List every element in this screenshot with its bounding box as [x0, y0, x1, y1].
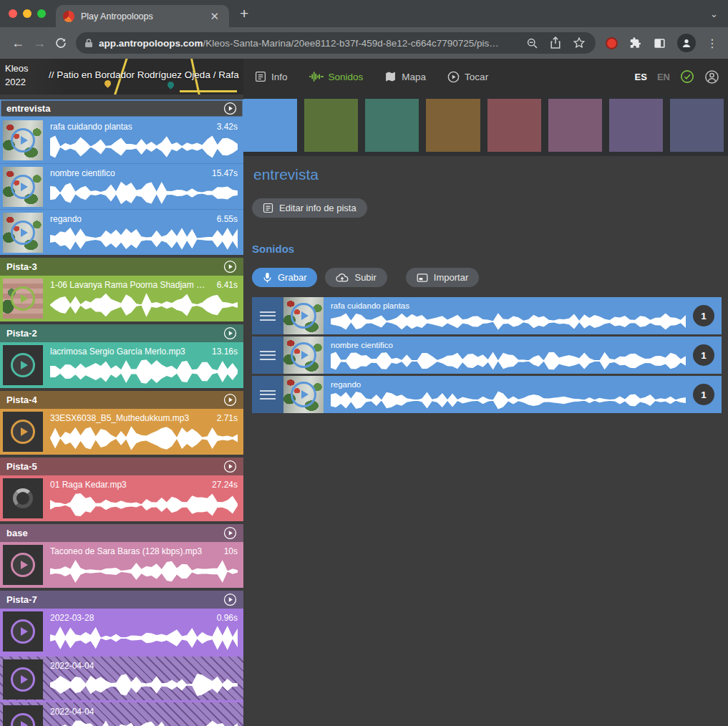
profile-avatar[interactable] — [677, 34, 696, 52]
waveform[interactable] — [50, 291, 238, 319]
play-icon[interactable] — [11, 286, 35, 311]
sound-item[interactable]: 01 Raga Kedar.mp3 27.24s — [0, 475, 243, 521]
track-header[interactable]: entrevista — [0, 100, 243, 117]
waveform[interactable] — [331, 311, 686, 331]
import-button[interactable]: Importar — [406, 268, 479, 287]
account-icon[interactable] — [704, 69, 719, 84]
lang-es[interactable]: ES — [635, 72, 647, 82]
waveform[interactable] — [50, 226, 238, 252]
sound-item[interactable]: regando 6.55s — [0, 209, 243, 255]
track-swatch[interactable] — [426, 99, 480, 152]
project-name[interactable]: Kleos 2022 — [0, 59, 33, 95]
play-icon[interactable] — [11, 175, 35, 199]
side-panel-icon[interactable] — [653, 37, 666, 50]
drag-handle[interactable] — [252, 376, 283, 413]
track-swatch[interactable] — [609, 99, 663, 152]
play-track-icon[interactable] — [223, 260, 237, 274]
sound-item[interactable]: rafa cuidando plantas 3.42s — [0, 117, 243, 163]
play-icon[interactable] — [291, 342, 316, 368]
play-track-icon[interactable] — [223, 526, 237, 540]
extensions-puzzle-icon[interactable] — [628, 37, 642, 50]
sound-thumbnail[interactable] — [283, 297, 324, 334]
waveform[interactable] — [50, 425, 238, 452]
waveform[interactable] — [50, 358, 238, 385]
browser-tab[interactable]: Play Antropoloops ✕ — [56, 5, 229, 27]
back-button[interactable]: ← — [7, 36, 29, 51]
play-icon[interactable] — [11, 713, 35, 726]
play-icon[interactable] — [11, 667, 35, 692]
track-swatch[interactable] — [304, 99, 358, 152]
zoom-out-icon[interactable] — [526, 37, 538, 49]
track-header[interactable]: base — [0, 524, 243, 542]
sound-thumbnail[interactable] — [3, 279, 43, 319]
close-tab-icon[interactable]: ✕ — [207, 9, 222, 23]
track-swatch[interactable] — [487, 99, 541, 152]
bookmark-star-icon[interactable] — [573, 37, 586, 49]
loading-spinner[interactable] — [13, 488, 33, 508]
forward-button[interactable]: → — [29, 36, 50, 51]
record-button[interactable]: Grabar — [252, 268, 317, 287]
track-swatch[interactable] — [243, 99, 297, 152]
sound-thumbnail[interactable] — [283, 376, 324, 413]
map-banner[interactable]: // Patio en Bordador Rodríguez Ojeda / R… — [33, 59, 243, 95]
tab-sonidos[interactable]: Sonidos — [309, 71, 364, 82]
play-icon[interactable] — [11, 353, 35, 377]
sound-thumbnail[interactable] — [3, 213, 43, 253]
waveform[interactable] — [50, 624, 238, 652]
sound-item[interactable]: 2022-04-04 — [0, 654, 243, 700]
sound-thumbnail[interactable] — [3, 167, 43, 207]
sound-item[interactable]: 2022-04-04 — [0, 700, 243, 726]
sound-thumbnail[interactable] — [3, 705, 43, 726]
sound-item[interactable]: 1-06 Lavanya Rama Poorna Shadjam Rupak..… — [0, 276, 243, 321]
track-swatch[interactable] — [670, 99, 724, 152]
play-track-icon[interactable] — [223, 460, 237, 473]
track-swatch[interactable] — [548, 99, 602, 152]
play-icon[interactable] — [291, 382, 316, 407]
track-swatch[interactable] — [365, 99, 419, 152]
waveform[interactable] — [50, 491, 238, 518]
address-bar[interactable]: app.antropoloops.com/Kleos-Santa-Marina/… — [76, 32, 596, 54]
sound-item[interactable]: lacrimosa Sergio García Merlo.mp3 13.16s — [0, 342, 243, 388]
share-icon[interactable] — [550, 37, 561, 49]
sound-item[interactable]: 2022-03-28 0.96s — [0, 609, 243, 654]
browser-menu-icon[interactable]: ⋮ — [707, 37, 718, 50]
traffic-minimize-button[interactable] — [23, 9, 31, 18]
play-icon[interactable] — [11, 420, 35, 444]
waveform[interactable] — [331, 390, 686, 410]
play-track-icon[interactable] — [223, 326, 237, 340]
sound-thumbnail[interactable] — [3, 659, 43, 700]
sound-thumbnail[interactable] — [283, 337, 324, 374]
waveform[interactable] — [50, 718, 238, 726]
track-header[interactable]: Pista-5 — [0, 458, 243, 475]
sound-thumbnail[interactable] — [3, 545, 43, 585]
sound-thumbnail[interactable] — [3, 611, 43, 652]
play-icon[interactable] — [11, 128, 35, 153]
sound-item[interactable]: 33ESX6038_B5_Muthedukkum.mp3 2.71s — [0, 409, 243, 455]
sound-item[interactable]: Taconeo de Sara Baras (128 kbps).mp3 10s — [0, 542, 243, 588]
sound-thumbnail[interactable] — [3, 478, 43, 518]
upload-button[interactable]: Subir — [325, 268, 387, 287]
play-icon[interactable] — [11, 221, 35, 245]
waveform[interactable] — [50, 558, 238, 585]
waveform[interactable] — [331, 351, 686, 371]
new-tab-button[interactable]: + — [240, 5, 248, 22]
sync-check-icon[interactable] — [680, 69, 694, 84]
track-header[interactable]: Pista-2 — [0, 324, 243, 342]
drag-handle[interactable] — [252, 297, 283, 334]
drag-handle[interactable] — [252, 337, 283, 374]
track-header[interactable]: Pista-4 — [0, 391, 243, 409]
play-icon[interactable] — [291, 303, 316, 329]
lang-en[interactable]: EN — [657, 72, 670, 82]
play-icon[interactable] — [11, 619, 35, 644]
edit-track-info-button[interactable]: Editar info de pista — [252, 198, 367, 218]
traffic-close-button[interactable] — [9, 9, 17, 18]
tab-search-chevron-icon[interactable]: ⌄ — [710, 9, 718, 19]
sound-item[interactable]: nombre cientifico 15.47s — [0, 163, 243, 209]
sound-thumbnail[interactable] — [3, 345, 43, 385]
sound-thumbnail[interactable] — [3, 412, 43, 452]
play-track-icon[interactable] — [223, 593, 237, 606]
tab-tocar[interactable]: Tocar — [447, 71, 488, 83]
waveform[interactable] — [50, 180, 238, 206]
track-header[interactable]: Pista-3 — [0, 258, 243, 276]
play-track-icon[interactable] — [223, 393, 237, 407]
